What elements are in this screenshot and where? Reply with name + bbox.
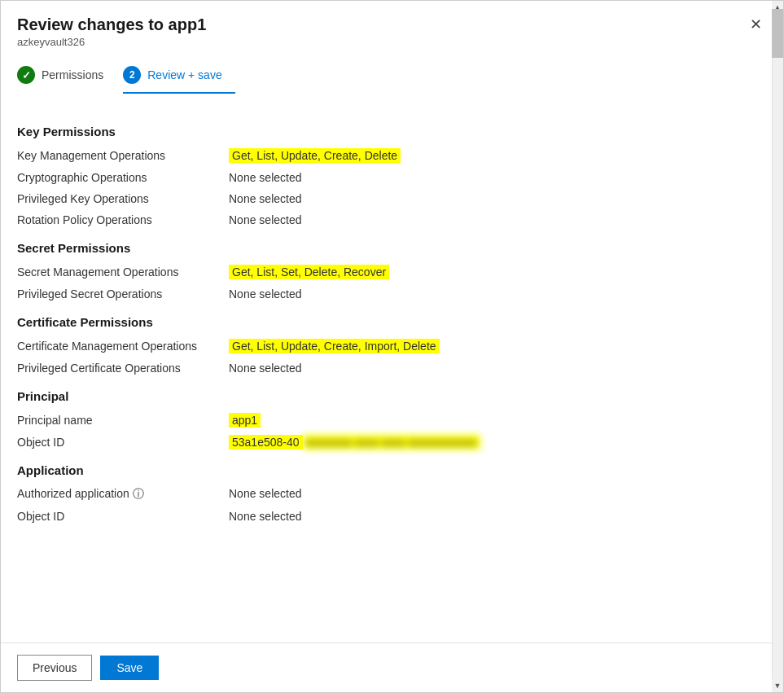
tab-permissions-label: Permissions	[42, 68, 103, 81]
panel-header: Review changes to app1 azkeyvault326 ✕ ✓…	[1, 1, 783, 94]
field-label-key-permissions-3: Rotation Policy Operations	[17, 213, 229, 226]
field-row-certificate-permissions-0: Certificate Management OperationsGet, Li…	[17, 339, 747, 353]
field-row-key-permissions-2: Privileged Key OperationsNone selected	[17, 192, 747, 205]
field-label-certificate-permissions-0: Certificate Management Operations	[17, 340, 229, 353]
scrollbar-thumb[interactable]	[772, 9, 783, 58]
field-row-secret-permissions-0: Secret Management OperationsGet, List, S…	[17, 265, 747, 279]
previous-button[interactable]: Previous	[17, 655, 92, 681]
field-row-application-1: Object IDNone selected	[17, 510, 747, 523]
field-value-key-permissions-0: Get, List, Update, Create, Delete	[229, 148, 401, 163]
field-label-application-0: Authorized application ⓘ	[17, 487, 229, 502]
field-label-application-1: Object ID	[17, 510, 229, 523]
tab-review-save[interactable]: 2 Review + save	[123, 59, 234, 94]
tab-review-save-label: Review + save	[147, 68, 221, 81]
field-label-secret-permissions-0: Secret Management Operations	[17, 265, 229, 279]
field-value-key-permissions-3: None selected	[229, 213, 302, 226]
tab-permissions-circle: ✓	[17, 66, 35, 84]
field-row-secret-permissions-1: Privileged Secret OperationsNone selecte…	[17, 287, 747, 300]
field-label-principal-1: Object ID	[17, 436, 229, 449]
field-label-key-permissions-0: Key Management Operations	[17, 149, 229, 162]
section-heading-principal: Principal	[17, 389, 747, 403]
field-value-key-permissions-2: None selected	[229, 192, 302, 205]
field-row-application-0: Authorized application ⓘNone selected	[17, 487, 747, 502]
review-panel: Review changes to app1 azkeyvault326 ✕ ✓…	[0, 0, 784, 693]
field-row-principal-0: Principal nameapp1	[17, 413, 747, 428]
section-heading-key-permissions: Key Permissions	[17, 125, 747, 138]
tab-permissions[interactable]: ✓ Permissions	[17, 59, 116, 94]
field-label-key-permissions-2: Privileged Key Operations	[17, 192, 229, 205]
field-value-secret-permissions-1: None selected	[229, 287, 302, 300]
tab-review-save-number: 2	[129, 69, 135, 81]
section-heading-certificate-permissions: Certificate Permissions	[17, 315, 747, 329]
field-label-principal-0: Principal name	[17, 414, 229, 427]
section-heading-secret-permissions: Secret Permissions	[17, 241, 747, 255]
field-value-application-0: None selected	[229, 487, 302, 500]
panel-subtitle: azkeyvault326	[17, 36, 206, 48]
field-value-certificate-permissions-1: None selected	[229, 362, 302, 375]
field-value-key-permissions-1: None selected	[229, 171, 302, 184]
tabs-row: ✓ Permissions 2 Review + save	[17, 59, 767, 94]
panel-title: Review changes to app1	[17, 15, 206, 34]
close-button[interactable]: ✕	[745, 15, 767, 33]
field-value-secret-permissions-0: Get, List, Set, Delete, Recover	[229, 265, 389, 279]
field-row-key-permissions-1: Cryptographic OperationsNone selected	[17, 171, 747, 184]
field-row-key-permissions-0: Key Management OperationsGet, List, Upda…	[17, 148, 747, 163]
field-row-principal-1: Object ID53a1e508-40xxxxxxxx-xxxx-xxxx-x…	[17, 436, 747, 449]
field-label-key-permissions-1: Cryptographic Operations	[17, 171, 229, 184]
save-button[interactable]: Save	[100, 656, 159, 680]
scrollbar-arrow-down[interactable]: ▼	[772, 679, 783, 692]
footer: Previous Save	[1, 643, 783, 692]
scrollbar-track: ▲ ▼	[772, 1, 783, 692]
field-label-secret-permissions-1: Privileged Secret Operations	[17, 287, 229, 300]
field-value-principal-0: app1	[229, 413, 261, 428]
field-value-certificate-permissions-0: Get, List, Update, Create, Import, Delet…	[229, 339, 440, 353]
field-value-application-1: None selected	[229, 510, 302, 523]
field-row-key-permissions-3: Rotation Policy OperationsNone selected	[17, 213, 747, 226]
content-area: Key PermissionsKey Management Operations…	[1, 94, 772, 643]
tab-review-save-circle: 2	[123, 66, 141, 84]
field-value-principal-1: 53a1e508-40xxxxxxxx-xxxx-xxxx-xxxxxxxxxx…	[229, 436, 480, 449]
field-row-certificate-permissions-1: Privileged Certificate OperationsNone se…	[17, 362, 747, 375]
checkmark-icon: ✓	[22, 69, 31, 81]
section-heading-application: Application	[17, 463, 747, 477]
field-label-certificate-permissions-1: Privileged Certificate Operations	[17, 362, 229, 375]
